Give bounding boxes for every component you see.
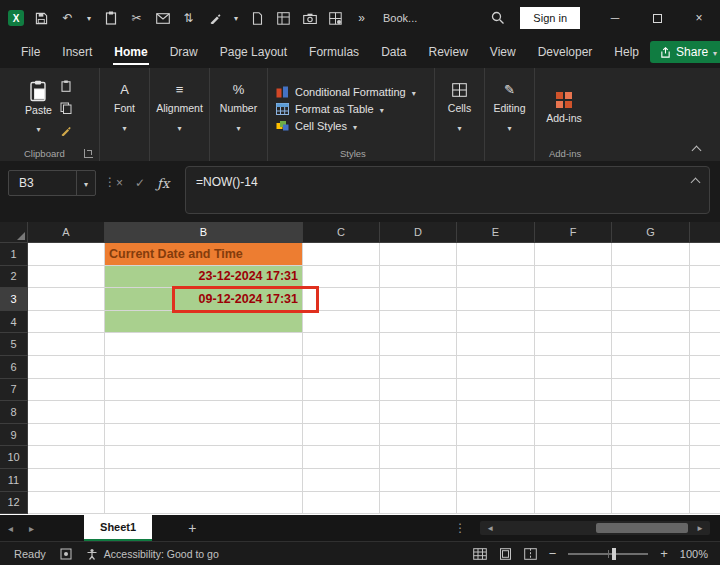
- scroll-right-icon[interactable]: ►: [690, 524, 710, 533]
- collapse-formula-bar-icon[interactable]: [691, 178, 701, 188]
- row-header-11[interactable]: 11: [0, 469, 28, 492]
- menu-item-help[interactable]: Help: [603, 36, 650, 68]
- horizontal-scroll-track[interactable]: [500, 521, 690, 535]
- clipboard-dialog-launcher-icon[interactable]: [84, 149, 93, 158]
- new-document-icon[interactable]: [249, 10, 266, 27]
- cell-A12[interactable]: [28, 492, 105, 515]
- cell-E12[interactable]: [457, 492, 535, 515]
- row-header-5[interactable]: 5: [0, 333, 28, 356]
- select-all-button[interactable]: [0, 222, 28, 243]
- formula-bar-dots-icon[interactable]: ⋮: [104, 175, 116, 189]
- cell-B8[interactable]: [105, 401, 303, 424]
- alignment-group-button[interactable]: ≡ Alignment: [150, 68, 210, 161]
- cell-A3[interactable]: [28, 288, 105, 311]
- cell-C7[interactable]: [303, 379, 380, 402]
- cell-E10[interactable]: [457, 446, 535, 469]
- undo-caret-icon[interactable]: ▾: [85, 10, 93, 27]
- row-header-3[interactable]: 3: [0, 288, 28, 311]
- cell-G10[interactable]: [612, 446, 690, 469]
- cell-G9[interactable]: [612, 424, 690, 447]
- row-header-4[interactable]: 4: [0, 311, 28, 334]
- next-sheet-icon[interactable]: ▸: [21, 523, 42, 534]
- more-commands-icon[interactable]: »: [353, 10, 370, 27]
- cell-A6[interactable]: [28, 356, 105, 379]
- paste-button[interactable]: Paste: [25, 80, 52, 136]
- row-header-7[interactable]: 7: [0, 379, 28, 402]
- cell-C4[interactable]: [303, 311, 380, 334]
- cell-G6[interactable]: [612, 356, 690, 379]
- menu-item-data[interactable]: Data: [370, 36, 417, 68]
- cell-B2[interactable]: 23-12-2024 17:31: [105, 266, 303, 289]
- zoom-out-button[interactable]: −: [549, 546, 557, 561]
- save-icon[interactable]: [33, 10, 50, 27]
- cell-F1[interactable]: [535, 243, 612, 266]
- cell-D10[interactable]: [380, 446, 457, 469]
- cell-B12[interactable]: [105, 492, 303, 515]
- cell-E1[interactable]: [457, 243, 535, 266]
- cell-G5[interactable]: [612, 333, 690, 356]
- cell-G11[interactable]: [612, 469, 690, 492]
- cell-A4[interactable]: [28, 311, 105, 334]
- confirm-entry-icon[interactable]: ✓: [135, 176, 145, 190]
- cell-F3[interactable]: [535, 288, 612, 311]
- cell-F6[interactable]: [535, 356, 612, 379]
- cell-C10[interactable]: [303, 446, 380, 469]
- cell-F9[interactable]: [535, 424, 612, 447]
- cell-D1[interactable]: [380, 243, 457, 266]
- row-header-9[interactable]: 9: [0, 424, 28, 447]
- clipboard-icon[interactable]: [102, 10, 119, 27]
- menu-item-file[interactable]: File: [10, 36, 51, 68]
- add-sheet-button[interactable]: +: [188, 520, 196, 536]
- cells-group-button[interactable]: Cells: [435, 68, 485, 161]
- insert-function-icon[interactable]: ƒx: [157, 176, 169, 191]
- name-box-caret-icon[interactable]: [76, 171, 95, 195]
- cell-styles-button[interactable]: Cell Styles: [276, 120, 357, 132]
- menu-item-page-layout[interactable]: Page Layout: [209, 36, 298, 68]
- close-button[interactable]: ×: [678, 0, 720, 36]
- zoom-in-button[interactable]: +: [660, 546, 668, 561]
- cell-F12[interactable]: [535, 492, 612, 515]
- accessibility-icon[interactable]: [86, 548, 98, 560]
- cell-F4[interactable]: [535, 311, 612, 334]
- editing-group-button[interactable]: ✎ Editing: [485, 68, 535, 161]
- format-painter-icon[interactable]: [206, 10, 223, 27]
- cell-D9[interactable]: [380, 424, 457, 447]
- row-header-8[interactable]: 8: [0, 401, 28, 424]
- cell-F11[interactable]: [535, 469, 612, 492]
- column-header-E[interactable]: E: [457, 222, 535, 243]
- cell-D7[interactable]: [380, 379, 457, 402]
- paste-special-icon[interactable]: [58, 79, 74, 93]
- menu-item-insert[interactable]: Insert: [51, 36, 103, 68]
- sign-in-button[interactable]: Sign in: [520, 7, 580, 29]
- cell-C8[interactable]: [303, 401, 380, 424]
- format-painter-icon[interactable]: [58, 123, 74, 137]
- cell-C9[interactable]: [303, 424, 380, 447]
- sheet-bar-dots-icon[interactable]: ⋮: [454, 521, 466, 535]
- zoom-level[interactable]: 100%: [680, 548, 708, 560]
- column-header-A[interactable]: A: [28, 222, 105, 243]
- menu-item-home[interactable]: Home: [103, 36, 158, 68]
- cell-A2[interactable]: [28, 266, 105, 289]
- cell-G7[interactable]: [612, 379, 690, 402]
- cell-B5[interactable]: [105, 333, 303, 356]
- cell-G1[interactable]: [612, 243, 690, 266]
- font-group-button[interactable]: A Font: [100, 68, 150, 161]
- cell-B1[interactable]: Current Date and Time: [105, 243, 303, 266]
- cell-E11[interactable]: [457, 469, 535, 492]
- scroll-left-icon[interactable]: ◄: [480, 524, 500, 533]
- cell-A10[interactable]: [28, 446, 105, 469]
- cell-C11[interactable]: [303, 469, 380, 492]
- cell-B11[interactable]: [105, 469, 303, 492]
- cell-E2[interactable]: [457, 266, 535, 289]
- cell-D3[interactable]: [380, 288, 457, 311]
- page-break-view-icon[interactable]: [524, 548, 537, 560]
- copy-icon[interactable]: [58, 101, 74, 115]
- cell-A8[interactable]: [28, 401, 105, 424]
- name-box[interactable]: B3: [8, 170, 96, 196]
- number-group-button[interactable]: % Number: [210, 68, 268, 161]
- conditional-formatting-button[interactable]: Conditional Formatting: [276, 86, 416, 98]
- cell-C6[interactable]: [303, 356, 380, 379]
- cell-F10[interactable]: [535, 446, 612, 469]
- row-header-1[interactable]: 1: [0, 243, 28, 266]
- cell-C3[interactable]: [303, 288, 380, 311]
